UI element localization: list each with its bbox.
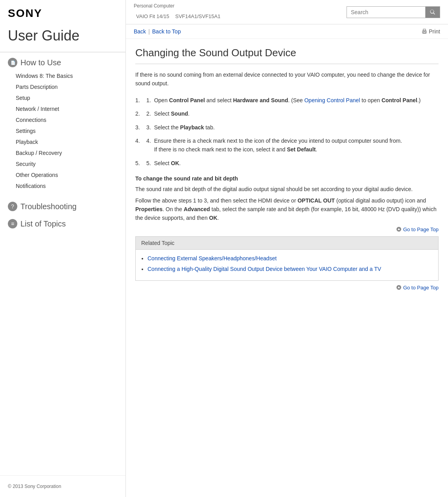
related-topic-item-2: Connecting a High-Quality Digital Sound … <box>147 265 433 273</box>
copyright: © 2013 Sony Corporation <box>8 484 61 489</box>
sidebar-footer: © 2013 Sony Corporation <box>0 475 125 497</box>
article-title: Changing the Sound Output Device <box>135 47 439 64</box>
nav-item-connections[interactable]: Connections <box>8 114 118 125</box>
sony-logo: SONY <box>8 7 42 19</box>
how-to-use-header[interactable]: 📄 How to Use <box>8 58 118 67</box>
sidebar-title: User Guide <box>0 24 125 52</box>
svg-rect-4 <box>423 32 426 33</box>
related-topic-header: Related Topic <box>136 237 438 250</box>
nav-item-notifications[interactable]: Notifications <box>8 180 118 191</box>
product-type: Personal Computer <box>134 3 220 9</box>
go-to-page-top-2[interactable]: Go to Page Top <box>135 285 439 291</box>
print-link[interactable]: Print <box>422 28 440 35</box>
nav-item-windows8[interactable]: Windows 8: The Basics <box>8 70 118 81</box>
breadcrumb: Back | Back to Top <box>134 28 181 35</box>
step-4: 4. Ensure there is a check mark next to … <box>135 136 439 154</box>
svg-text:📄: 📄 <box>11 60 15 65</box>
sidebar: SONY User Guide 📄 How to Use Windows 8: … <box>0 0 126 497</box>
step-5-content: Select OK. <box>154 159 439 168</box>
step-1-number: 1. <box>146 96 151 105</box>
sidebar-logo: SONY <box>0 0 125 24</box>
nav-item-settings[interactable]: Settings <box>8 125 118 136</box>
subsection-body-1: The sound rate and bit depth of the digi… <box>135 185 439 193</box>
list-of-topics-link[interactable]: ≡ List of Topics <box>8 215 118 232</box>
step-5: 5. Select OK. <box>135 159 439 168</box>
opening-control-panel-link[interactable]: Opening Control Panel <box>304 97 360 103</box>
go-to-top-label-2: Go to Page Top <box>403 285 439 291</box>
troubleshooting-icon: ? <box>8 202 17 211</box>
related-topic-item-1: Connecting External Speakers/Headphones/… <box>147 254 433 263</box>
article-intro: If there is no sound coming from an exte… <box>135 70 439 88</box>
list-of-topics-label: List of Topics <box>20 219 66 228</box>
step-2-content: Select Sound. <box>154 109 439 118</box>
step-4-content: Ensure there is a check mark next to the… <box>154 136 439 154</box>
go-to-top-label-1: Go to Page Top <box>403 226 439 232</box>
search-button[interactable] <box>425 6 440 18</box>
go-to-top-icon-2 <box>396 285 402 290</box>
step-1-content: Open Control Panel and select Hardware a… <box>154 96 439 105</box>
nav-item-parts[interactable]: Parts Description <box>8 81 118 92</box>
how-to-use-section: 📄 How to Use Windows 8: The Basics Parts… <box>0 52 125 194</box>
nav-item-security[interactable]: Security <box>8 158 118 169</box>
step-5-number: 5. <box>146 159 151 168</box>
step-3-number: 3. <box>146 123 151 132</box>
main-content: Personal Computer VAIO Fit 14/15 SVF14A1… <box>126 0 448 497</box>
step-3: 3. Select the Playback tab. <box>135 123 439 132</box>
subsection-body-2: Follow the above steps 1 to 3, and then … <box>135 196 439 223</box>
how-to-use-icon: 📄 <box>8 58 17 67</box>
related-topic-box: Related Topic Connecting External Speake… <box>135 236 439 281</box>
product-info: Personal Computer VAIO Fit 14/15 SVF14A1… <box>134 3 220 21</box>
how-to-use-label: How to Use <box>20 58 61 67</box>
nav-item-playback[interactable]: Playback <box>8 136 118 147</box>
go-to-page-top-1[interactable]: Go to Page Top <box>135 226 439 232</box>
related-topic-list: Connecting External Speakers/Headphones/… <box>136 250 438 280</box>
step-4-number: 4. <box>146 136 151 154</box>
print-icon <box>422 29 427 34</box>
troubleshooting-link[interactable]: ? Troubleshooting <box>8 198 118 215</box>
breadcrumb-bar: Back | Back to Top Print <box>126 24 448 39</box>
step-1: 1. Open Control Panel and select Hardwar… <box>135 96 439 105</box>
back-to-top-link[interactable]: Back to Top <box>152 28 181 35</box>
step-3-content: Select the Playback tab. <box>154 123 439 132</box>
back-link[interactable]: Back <box>134 28 146 35</box>
related-topic-link-2[interactable]: Connecting a High-Quality Digital Sound … <box>147 266 381 272</box>
search-icon <box>430 9 436 15</box>
nav-item-other[interactable]: Other Operations <box>8 169 118 180</box>
nav-item-network[interactable]: Network / Internet <box>8 103 118 114</box>
go-to-top-icon-1 <box>396 226 402 232</box>
step-2: 2. Select Sound. <box>135 109 439 118</box>
search-area <box>347 6 440 18</box>
troubleshooting-label: Troubleshooting <box>20 202 77 211</box>
subsection-title: To change the sound rate and bit depth <box>135 175 439 182</box>
nav-item-setup[interactable]: Setup <box>8 92 118 103</box>
print-label: Print <box>429 28 440 35</box>
list-of-topics-icon: ≡ <box>8 219 17 228</box>
related-topic-link-1[interactable]: Connecting External Speakers/Headphones/… <box>147 255 277 261</box>
step-2-number: 2. <box>146 109 151 118</box>
search-input[interactable] <box>347 6 425 18</box>
nav-item-backup[interactable]: Backup / Recovery <box>8 147 118 158</box>
top-header: Personal Computer VAIO Fit 14/15 SVF14A1… <box>126 0 448 24</box>
troubleshooting-section: ? Troubleshooting ≡ List of Topics <box>0 194 125 236</box>
article: Changing the Sound Output Device If ther… <box>126 39 448 497</box>
article-steps: 1. Open Control Panel and select Hardwar… <box>135 96 439 168</box>
nav-items: Windows 8: The Basics Parts Description … <box>8 70 118 191</box>
product-name: VAIO Fit 14/15 SVF14A1/SVF15A1 <box>134 9 220 21</box>
